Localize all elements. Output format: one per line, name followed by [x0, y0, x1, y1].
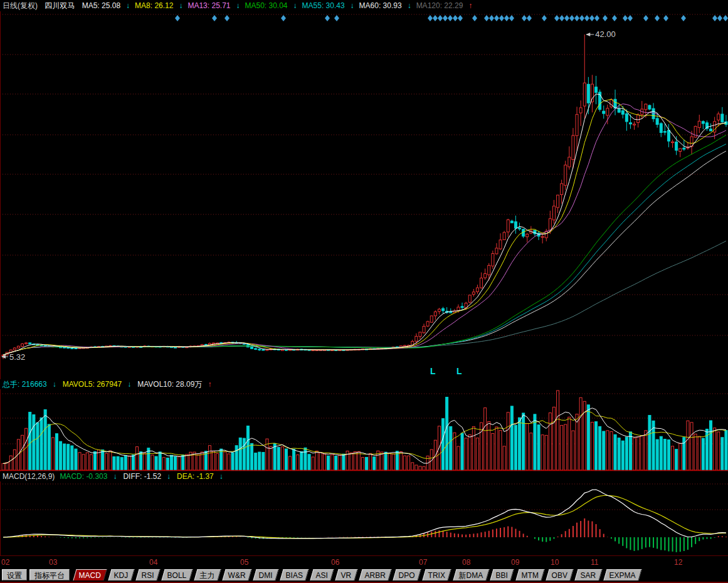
- volume-bar: [339, 455, 341, 470]
- diamond-marker-icon: [428, 15, 433, 21]
- indicator-tab-boll[interactable]: BOLL: [161, 569, 193, 580]
- diamond-marker-icon: [224, 15, 229, 21]
- volume-bar: [44, 409, 46, 470]
- indicator-tab-macd[interactable]: MACD: [73, 569, 107, 580]
- diamond-marker-icon: [527, 15, 532, 21]
- volume-bar: [166, 458, 169, 470]
- candle-body: [648, 105, 651, 109]
- candle-body: [468, 295, 471, 302]
- volume-bar: [342, 454, 345, 470]
- macd-chart-pane[interactable]: [0, 481, 728, 555]
- candle-body: [472, 292, 475, 295]
- indicator-tab-kdj[interactable]: KDJ: [108, 569, 135, 580]
- candle-body: [656, 118, 658, 125]
- volume-bar: [6, 463, 8, 470]
- trend-arrow-icon: ↓: [126, 1, 130, 10]
- candle-body: [526, 234, 529, 236]
- indicator-tab-label: EXPMA: [609, 571, 636, 580]
- volume-bar: [55, 434, 58, 470]
- time-axis: 0203040506070809101112: [0, 555, 728, 569]
- candle-body: [710, 129, 712, 131]
- axis-month-label: 11: [591, 558, 598, 567]
- volume-bar: [522, 413, 525, 470]
- indicator-tab-label: ARBR: [365, 571, 386, 580]
- ma13-line: [3, 104, 726, 355]
- diamond-marker-icon: [717, 15, 722, 21]
- indicator-tab-w&r[interactable]: W&R: [222, 569, 251, 580]
- indicator-tab-label: BBI: [496, 571, 508, 580]
- candle-body: [213, 343, 215, 344]
- indicator-tab-dmi[interactable]: DMI: [253, 569, 278, 580]
- volume-bar: [350, 453, 352, 470]
- candle-body: [488, 265, 490, 275]
- indicator-tab-label: ASI: [316, 571, 328, 580]
- diamond-marker-icon: [628, 15, 633, 21]
- diamond-marker-icon: [212, 15, 217, 21]
- volume-bar: [327, 456, 330, 470]
- volume-bar: [408, 456, 410, 470]
- volume-bar: [63, 444, 66, 470]
- price-chart-pane[interactable]: 42.005.32LL: [0, 11, 728, 379]
- volume-bar: [415, 465, 418, 470]
- candle-body: [476, 288, 478, 292]
- volume-bar: [694, 434, 697, 470]
- indicator-tab-bbi[interactable]: BBI: [490, 569, 515, 580]
- candle-body: [174, 347, 177, 348]
- volume-bar: [186, 454, 188, 470]
- volume-bar: [174, 456, 177, 470]
- candle-body: [717, 114, 720, 120]
- toolbar-button-indicator-platform[interactable]: 指标平台: [29, 569, 70, 580]
- volume-bar: [399, 452, 402, 470]
- toolbar-button-settings[interactable]: 设置: [2, 569, 27, 580]
- volume-bar: [721, 438, 724, 470]
- volume-bar: [514, 425, 517, 470]
- macd-value: MACD: -0.303: [60, 472, 107, 481]
- indicator-tab-vr[interactable]: VR: [335, 569, 358, 580]
- indicator-tab-label: RSI: [142, 571, 154, 580]
- volume-chart-pane[interactable]: [0, 389, 728, 471]
- indicator-tab-rsi[interactable]: RSI: [135, 569, 160, 580]
- volume-bar: [392, 454, 394, 470]
- volume-bar: [552, 407, 555, 470]
- indicator-tab-label: 主力: [199, 571, 214, 580]
- indicator-tab-label: 新DMA: [458, 571, 483, 580]
- candle-body: [663, 132, 666, 132]
- indicator-tab-bias[interactable]: BIAS: [280, 569, 309, 580]
- candle-body: [610, 100, 613, 107]
- volume-bar: [140, 452, 142, 470]
- volume-bar: [625, 437, 628, 470]
- candle-body: [625, 113, 628, 122]
- volume-bar: [29, 412, 31, 470]
- volume-bar: [304, 448, 307, 470]
- indicator-tab-arbr[interactable]: ARBR: [359, 569, 393, 580]
- indicator-tab-trix[interactable]: TRIX: [423, 569, 452, 580]
- diamond-marker-icon: [542, 15, 547, 21]
- indicator-tab-mtm[interactable]: MTM: [515, 569, 544, 580]
- candle-body: [629, 123, 631, 124]
- indicator-tab-expma[interactable]: EXPMA: [604, 569, 642, 580]
- volume-bar: [60, 441, 62, 470]
- volume-bar: [144, 453, 146, 470]
- candle-body: [576, 115, 578, 136]
- candle-body: [587, 84, 589, 103]
- diamond-marker-icon: [655, 15, 660, 21]
- axis-month-label: 06: [331, 558, 339, 567]
- volume-bar: [381, 452, 383, 470]
- indicator-tab-asi[interactable]: ASI: [310, 569, 334, 580]
- volume-bar: [151, 455, 154, 470]
- indicator-tab-sar[interactable]: SAR: [575, 569, 603, 580]
- indicator-tab-obv[interactable]: OBV: [546, 569, 574, 580]
- indicator-tab-主力[interactable]: 主力: [194, 569, 221, 580]
- volume-bar: [128, 456, 130, 470]
- indicator-tab-dpo[interactable]: DPO: [393, 569, 421, 580]
- candle-body: [645, 104, 647, 110]
- volume-bar: [93, 451, 96, 470]
- candle-body: [21, 344, 24, 346]
- diamond-marker-icon: [623, 15, 628, 21]
- indicator-tab-新dma[interactable]: 新DMA: [453, 569, 489, 580]
- volume-bar: [450, 426, 452, 470]
- candle-body: [667, 130, 670, 141]
- volume-bar: [679, 443, 682, 470]
- candle-body: [545, 231, 547, 238]
- volume-bar: [293, 449, 295, 470]
